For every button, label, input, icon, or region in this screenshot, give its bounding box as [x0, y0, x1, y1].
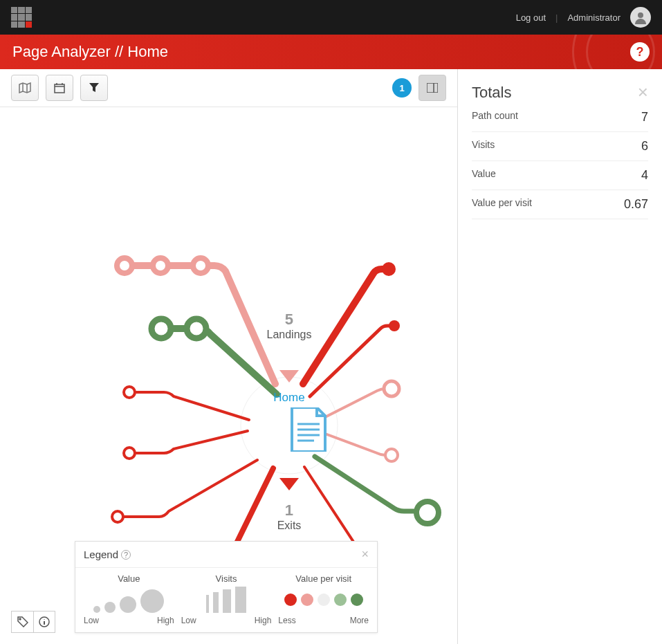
page-title: Page Analyzer // Home [12, 43, 168, 61]
svg-point-4 [117, 258, 132, 273]
main-area: 1 [0, 69, 458, 644]
app-logo-icon[interactable] [11, 7, 32, 28]
svg-point-0 [638, 12, 643, 18]
toolbar: 1 [0, 69, 457, 107]
info-button[interactable] [33, 611, 55, 633]
count-badge[interactable]: 1 [392, 78, 412, 98]
svg-rect-2 [427, 83, 438, 93]
separator: | [555, 12, 558, 23]
path-diagram[interactable]: 5 Landings Home 1 Exits 0.8 Exit value p… [0, 107, 457, 543]
tag-button[interactable] [11, 611, 33, 633]
svg-point-9 [124, 387, 135, 398]
svg-point-18 [384, 381, 399, 396]
legend-help-icon[interactable]: ? [121, 550, 131, 560]
svg-point-17 [389, 320, 400, 331]
svg-point-5 [153, 258, 168, 273]
topbar: Log out | Administrator [0, 0, 662, 35]
stat-row: Path count7 [472, 103, 648, 132]
landings-metric: 5 Landings [267, 311, 312, 341]
panel-title: Totals [472, 84, 511, 102]
user-label[interactable]: Administrator [567, 12, 620, 23]
stat-row: Value per visit0.67 [472, 190, 648, 219]
svg-point-11 [112, 511, 123, 522]
svg-point-26 [19, 618, 21, 620]
filter-button[interactable] [80, 75, 108, 101]
logout-link[interactable]: Log out [516, 12, 546, 23]
svg-point-19 [385, 449, 398, 461]
panel-toggle-button[interactable] [419, 75, 446, 101]
help-icon[interactable]: ? [630, 42, 650, 62]
legend-close-icon[interactable]: × [361, 547, 369, 562]
svg-point-6 [193, 258, 208, 273]
svg-point-16 [382, 262, 396, 276]
svg-point-7 [151, 319, 171, 338]
center-node-label[interactable]: Home [273, 391, 304, 405]
svg-rect-1 [55, 84, 64, 93]
map-button[interactable] [11, 75, 39, 101]
svg-point-20 [416, 502, 439, 524]
legend-visits-col: Visits LowHigh [181, 573, 272, 625]
svg-point-10 [124, 448, 135, 459]
stat-row: Value4 [472, 161, 648, 190]
avatar-icon[interactable] [630, 7, 651, 28]
page-header: Page Analyzer // Home ? [0, 35, 662, 69]
legend-value-col: Value LowHigh [84, 573, 174, 625]
legend-title: Legend [84, 549, 118, 560]
stat-row: Visits6 [472, 132, 648, 161]
calendar-button[interactable] [46, 75, 73, 101]
bottom-tools [11, 611, 55, 633]
totals-panel: Totals × Path count7 Visits6 Value4 Valu… [458, 69, 662, 644]
exits-metric: 1 Exits [277, 502, 302, 532]
legend-vpv-col: Value per visit LessMore [278, 573, 369, 625]
svg-point-8 [187, 319, 206, 338]
panel-close-icon[interactable]: × [638, 82, 648, 103]
legend-panel: Legend ? × Value LowHigh Visits [75, 541, 378, 633]
